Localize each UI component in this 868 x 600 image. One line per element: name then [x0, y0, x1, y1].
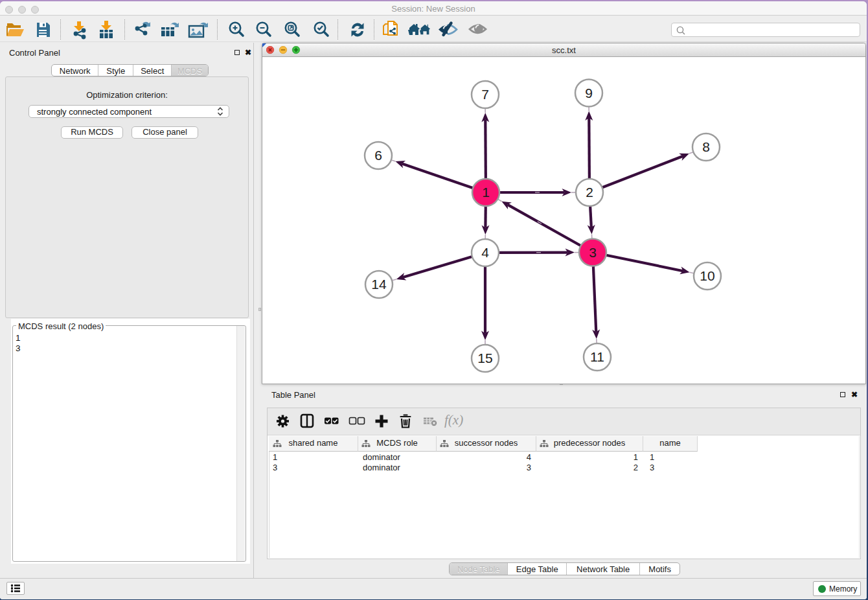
svg-text:2: 2	[586, 185, 593, 200]
svg-text:8: 8	[702, 139, 710, 154]
svg-text:10: 10	[700, 268, 714, 283]
svg-text:7: 7	[481, 87, 489, 102]
svg-text:14: 14	[371, 277, 387, 292]
svg-text:9: 9	[585, 86, 593, 100]
svg-text:15: 15	[477, 351, 492, 365]
svg-text:1: 1	[482, 185, 490, 200]
svg-text:6: 6	[374, 148, 382, 163]
svg-text:4: 4	[481, 245, 489, 260]
svg-text:11: 11	[590, 349, 604, 364]
svg-text:3: 3	[589, 245, 597, 260]
